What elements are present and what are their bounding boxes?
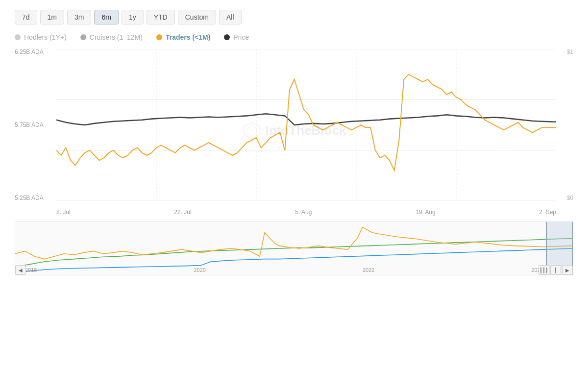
cruisers-label: Cruisers (1–12M)	[90, 33, 143, 41]
x-label-jul8: 8. Jul	[56, 209, 71, 216]
traders-dot	[156, 34, 162, 40]
main-container: 7d 1m 3m 6m 1y YTD Custom All Hodlers (1…	[0, 0, 588, 392]
time-btn-custom[interactable]: Custom	[178, 10, 216, 24]
y-label-right-top: $1	[567, 49, 573, 55]
mini-chart-svg	[15, 222, 573, 275]
chart-legend: Hodlers (1Y+) Cruisers (1–12M) Traders (…	[15, 33, 573, 41]
y-label-bot: 5.25B ADA	[15, 195, 44, 201]
time-btn-3m[interactable]: 3m	[67, 10, 91, 24]
price-label: Price	[233, 33, 249, 41]
price-dot	[224, 34, 230, 40]
nav-left-button[interactable]: ◀	[15, 265, 26, 275]
time-btn-ytd[interactable]: YTD	[147, 10, 175, 24]
legend-hodlers[interactable]: Hodlers (1Y+)	[15, 33, 67, 41]
traders-label: Traders (<1M)	[166, 33, 210, 41]
x-axis: 8. Jul 22. Jul 5. Aug 19. Aug 2. Sep	[56, 204, 556, 216]
hodlers-label: Hodlers (1Y+)	[24, 33, 67, 41]
legend-price[interactable]: Price	[224, 33, 249, 41]
hodlers-dot	[15, 34, 21, 40]
cruisers-dot	[80, 34, 86, 40]
y-axis-left: 6.25B ADA 5.75B ADA 5.25B ADA	[15, 49, 44, 201]
x-label-aug5: 5. Aug	[295, 209, 312, 216]
y-axis-right: $1 $0	[567, 49, 573, 201]
time-btn-7d[interactable]: 7d	[15, 10, 37, 24]
nav-drag-left-button[interactable]: ┃┃┃	[539, 265, 549, 275]
nav-right-button[interactable]: ▶	[562, 265, 573, 275]
time-btn-1y[interactable]: 1y	[122, 10, 144, 24]
time-btn-all[interactable]: All	[219, 10, 242, 24]
time-btn-1m[interactable]: 1m	[40, 10, 64, 24]
main-chart-svg	[56, 49, 556, 201]
legend-traders[interactable]: Traders (<1M)	[156, 33, 210, 41]
y-label-top: 6.25B ADA	[15, 49, 44, 55]
chart-svg-area	[56, 49, 556, 201]
legend-cruisers[interactable]: Cruisers (1–12M)	[80, 33, 143, 41]
y-label-mid: 5.75B ADA	[15, 122, 44, 128]
x-label-aug19: 19. Aug	[416, 209, 436, 216]
x-label-sep2: 2. Sep	[539, 209, 556, 216]
time-range-buttons: 7d 1m 3m 6m 1y YTD Custom All	[15, 10, 573, 24]
time-btn-6m[interactable]: 6m	[94, 10, 118, 24]
svg-rect-12	[15, 222, 573, 275]
nav-drag-right-button[interactable]: ┃	[550, 265, 561, 275]
main-chart: 6.25B ADA 5.75B ADA 5.25B ADA $1 $0 Into…	[15, 49, 573, 216]
mini-chart-container[interactable]: 2018 2020 2022 2024 ◀ ┃┃┃ ┃ ▶	[15, 221, 573, 275]
traders-line	[56, 74, 556, 171]
x-label-jul22: 22. Jul	[174, 209, 191, 216]
y-label-right-bot: $0	[567, 195, 573, 201]
